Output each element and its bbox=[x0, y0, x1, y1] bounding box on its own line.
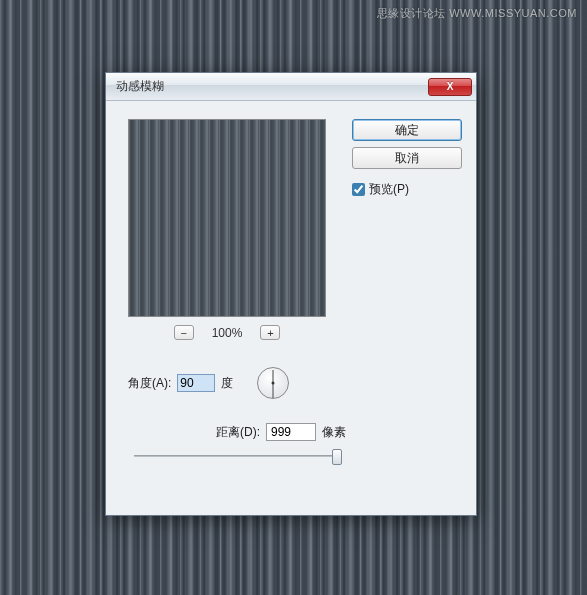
distance-label: 距离(D): bbox=[216, 424, 260, 441]
angle-dial[interactable] bbox=[257, 367, 289, 399]
preview-checkbox-row[interactable]: 预览(P) bbox=[352, 181, 462, 198]
close-button[interactable]: X bbox=[428, 78, 472, 96]
distance-input[interactable] bbox=[266, 423, 316, 441]
dialog-titlebar[interactable]: 动感模糊 X bbox=[106, 73, 476, 101]
zoom-in-button[interactable]: + bbox=[260, 325, 280, 340]
distance-row: 距离(D): 像素 bbox=[216, 423, 346, 441]
dialog-body: − 100% + 确定 取消 预览(P) 角度(A): 度 距离(D): 像素 bbox=[106, 101, 476, 515]
distance-unit: 像素 bbox=[322, 424, 346, 441]
preview-checkbox[interactable] bbox=[352, 183, 365, 196]
dialog-title: 动感模糊 bbox=[116, 78, 164, 95]
slider-thumb[interactable] bbox=[332, 449, 342, 465]
zoom-level-label: 100% bbox=[212, 326, 243, 340]
preview-thumbnail[interactable] bbox=[128, 119, 326, 317]
distance-slider[interactable] bbox=[134, 449, 342, 463]
angle-unit: 度 bbox=[221, 375, 233, 392]
zoom-controls: − 100% + bbox=[128, 325, 326, 340]
watermark-text: 思缘设计论坛 WWW.MISSYUAN.COM bbox=[377, 6, 577, 21]
zoom-out-button[interactable]: − bbox=[174, 325, 194, 340]
close-icon: X bbox=[447, 81, 454, 92]
preview-checkbox-label: 预览(P) bbox=[369, 181, 409, 198]
cancel-button[interactable]: 取消 bbox=[352, 147, 462, 169]
motion-blur-dialog: 动感模糊 X − 100% + 确定 取消 预览(P) 角度(A): 度 bbox=[105, 72, 477, 516]
angle-label: 角度(A): bbox=[128, 375, 171, 392]
angle-input[interactable] bbox=[177, 374, 215, 392]
slider-track-line bbox=[134, 455, 342, 457]
preview-texture bbox=[129, 120, 325, 316]
ok-button[interactable]: 确定 bbox=[352, 119, 462, 141]
right-panel: 确定 取消 预览(P) bbox=[352, 119, 462, 198]
angle-row: 角度(A): 度 bbox=[128, 367, 289, 399]
